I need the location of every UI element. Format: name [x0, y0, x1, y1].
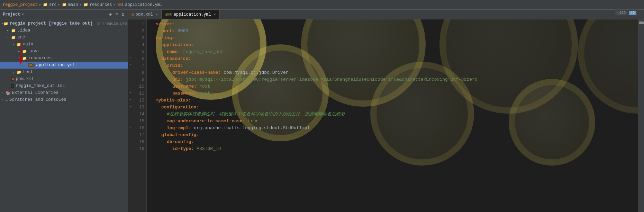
gutter-10 — [128, 82, 133, 89]
line-num-16: 16 — [133, 125, 144, 132]
sidebar-header-icons: ⊕ ≡ ⚙ — [109, 11, 125, 18]
tree-item-reggie-project[interactable]: ▾ 📁 reggie_project [reggie_take_out] D:\… — [0, 20, 128, 27]
main-layout: Project ▾ ⊕ ≡ ⚙ ▾ 📁 reggie_project [regg… — [0, 10, 644, 212]
val-comment: #在映射实体或者属性时，将数据库中表名和字段名中的下划线去掉，按照驼峰命名法映射 — [167, 111, 345, 118]
gutter-1 — [128, 19, 133, 26]
sync-icon[interactable]: ⊕ — [109, 11, 113, 18]
folder-icon-test: 📁 — [17, 70, 21, 74]
tree-item-application-yml[interactable]: yml application.yml — [0, 62, 128, 69]
code-line-15: map-underscore-to-camel-case: true — [150, 118, 634, 125]
gutter-5 — [128, 47, 133, 54]
title-bar-path: reggie_project ▸ 📁 src ▸ 📁 main ▸ 📁 reso… — [3, 2, 162, 7]
yaml-tab-icon: yml — [165, 13, 172, 16]
code-line-11: password: root — [150, 90, 634, 97]
gutter-3 — [128, 33, 133, 40]
tab-bar: m pom.xml ✕ yml application.yml ✕ ↑ 529 … — [128, 10, 644, 19]
key-password: password: — [172, 90, 197, 97]
sidebar: Project ▾ ⊕ ≡ ⚙ ▾ 📁 reggie_project [regg… — [0, 10, 128, 212]
key-port: port: — [161, 28, 175, 35]
pom-file-icon: m — [11, 77, 14, 81]
iml-file-icon: ✦ — [11, 84, 14, 88]
key-spring: spring: — [156, 35, 175, 42]
code-line-13: configuration: — [150, 104, 634, 111]
line-num-2: 2 — [133, 28, 144, 35]
folder-icon-idea: 📁 — [11, 28, 16, 33]
gutter-11: ▸ — [128, 89, 133, 96]
sidebar-tree: ▾ 📁 reggie_project [reggie_take_out] D:\… — [0, 19, 128, 212]
line-num-6: 6 — [133, 55, 144, 62]
code-line-12: mybatis-plus: — [150, 97, 634, 104]
line-num-15: 15 — [133, 118, 144, 125]
gutter-markers: ▸ ▸ ▸ ▸ ▸ ▸ ▸ ▸ ▸ — [128, 19, 133, 212]
key-map-underscore: map-underscore-to-camel-case: — [167, 118, 245, 125]
line-num-19: 19 — [133, 145, 144, 152]
key-username: username: — [172, 83, 197, 90]
code-line-18: db-config: — [150, 139, 634, 145]
gutter-14 — [128, 109, 133, 116]
scratches-icon: ✏ — [6, 98, 8, 102]
arrow-main: ▾ — [12, 42, 17, 46]
tree-item-main[interactable]: ▾ 📁 main — [0, 41, 128, 48]
line-num-5: 5 — [133, 48, 144, 55]
editor-content: ▸ ▸ ▸ ▸ ▸ ▸ ▸ ▸ ▸ 1 2 3 — [128, 19, 644, 212]
tree-item-pom-xml[interactable]: m pom.xml — [0, 76, 128, 82]
tree-item-idea[interactable]: ▸ 📁 .idea — [0, 27, 128, 34]
tree-item-java[interactable]: ▸ 📁 java — [0, 48, 128, 55]
collapse-icon[interactable]: ≡ — [115, 11, 119, 18]
badge-count-49: 49 — [631, 11, 635, 15]
gutter-17: ▸ — [128, 130, 133, 137]
key-url: url: — [172, 76, 183, 83]
arrow-test: ▸ — [12, 70, 17, 74]
line-num-11: 11 — [133, 90, 144, 97]
sidebar-header: Project ▾ ⊕ ≡ ⚙ — [0, 10, 128, 19]
key-name: name: — [167, 48, 180, 55]
label-scratches: Scratches and Consoles — [9, 97, 66, 102]
gutter-4: ▸ — [128, 40, 133, 47]
gutter-9 — [128, 75, 133, 82]
dropdown-icon[interactable]: ▾ — [21, 12, 24, 17]
line-num-1: 1 — [133, 21, 144, 28]
yaml-tab-close[interactable]: ✕ — [214, 12, 216, 17]
line-num-14: 14 — [133, 111, 144, 118]
settings-icon[interactable]: ⚙ — [121, 11, 125, 18]
tree-item-reggie-iml[interactable]: ✦ reggie_take_out.iml — [0, 82, 128, 89]
line-num-7: 7 — [133, 62, 144, 69]
label-application-yml: application.yml — [36, 63, 75, 68]
sidebar-title: Project ▾ — [3, 12, 24, 17]
src-label: src — [49, 2, 57, 7]
code-line-17: global-config: — [150, 132, 634, 139]
folder-icon-src: 📁 — [11, 35, 16, 40]
code-area[interactable]: server: port: 8080 spring: application: — [147, 19, 638, 212]
line-num-8: 8 — [133, 69, 144, 76]
tab-pom-xml[interactable]: m pom.xml ✕ — [128, 10, 162, 19]
label-src: src — [17, 35, 25, 40]
pom-tab-close[interactable]: ✕ — [155, 12, 158, 17]
tree-item-external-libraries[interactable]: ▸ 📚 External Libraries — [0, 89, 128, 96]
arrow-scratches: ▸ — [1, 98, 6, 102]
code-line-6: datasource: — [150, 55, 634, 62]
sep1: ▸ — [39, 2, 42, 7]
gutter-16: ▸ — [128, 123, 133, 130]
tab-application-yml[interactable]: yml application.yml ✕ — [162, 10, 220, 19]
tree-item-resources[interactable]: ▾ 📁 resources — [0, 55, 128, 62]
key-mybatis-plus: mybatis-plus: — [156, 97, 191, 104]
line-numbers: 1 2 3 4 5 6 7 8 9 10 11 12 13 14 15 16 1… — [133, 19, 147, 212]
project-name: reggie_project — [3, 2, 38, 7]
code-line-7: druid: — [150, 62, 634, 69]
scroll-handle[interactable] — [639, 21, 644, 24]
tree-item-src[interactable]: ▾ 📁 src — [0, 34, 128, 41]
arrow-src: ▾ — [7, 35, 11, 39]
yaml-tag-icon: yml — [117, 3, 124, 7]
folder-icon-reggie-project: 📁 — [3, 21, 8, 26]
editor-scrollbar[interactable] — [638, 19, 644, 212]
tree-item-test[interactable]: ▸ 📁 test — [0, 69, 128, 76]
arrow-external-libraries: ▸ — [1, 91, 6, 95]
key-global-config: global-config: — [161, 132, 199, 139]
lib-icon: 📚 — [6, 91, 10, 95]
tree-item-scratches[interactable]: ▸ ✏ Scratches and Consoles — [0, 96, 128, 103]
resources-label: resources — [90, 2, 112, 7]
src-folder-icon: 📁 — [43, 2, 48, 7]
gutter-8 — [128, 68, 133, 75]
label-idea: .idea — [17, 28, 30, 33]
arrow-idea: ▸ — [7, 28, 11, 33]
